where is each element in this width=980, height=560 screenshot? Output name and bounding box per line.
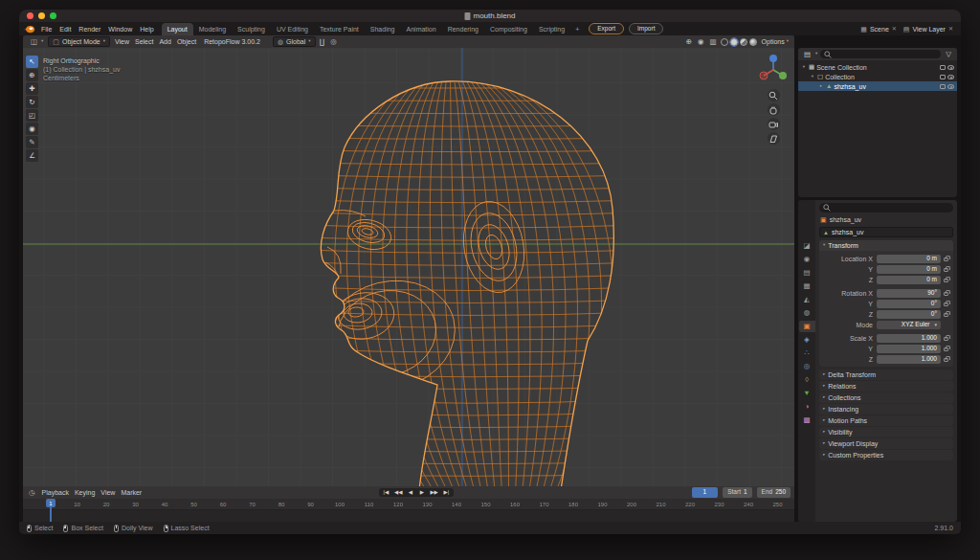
options-dropdown[interactable]: Options ▾ — [759, 38, 791, 45]
topbar-menu[interactable]: File — [37, 26, 56, 33]
collapsed-panel-header[interactable]: ▸ Instancing — [819, 404, 953, 414]
collapsed-panel-header[interactable]: ▸ Viewport Display — [819, 438, 953, 449]
topbar-menu[interactable]: Render — [75, 26, 104, 33]
viewport-menu[interactable]: Object — [174, 38, 199, 45]
timeline-menu[interactable]: Marker — [118, 489, 145, 496]
show-gizmo-icon[interactable]: ⊕ — [684, 38, 694, 46]
collapsed-panel-header[interactable]: ▸ Motion Paths — [819, 415, 953, 426]
transform-value-field[interactable]: 0 m — [877, 265, 941, 274]
workspace-tab[interactable]: Layout — [162, 23, 193, 35]
tool-button-tweak[interactable]: ↖ — [26, 56, 38, 68]
tool-button-annotate[interactable]: ✎ — [26, 136, 38, 148]
scene-selector[interactable]: ▦ Scene ✕ — [860, 26, 897, 33]
transform-orientation-dropdown[interactable]: ◍ Global ▾ — [273, 36, 316, 47]
workspace-tab[interactable]: Scripting — [533, 23, 570, 35]
properties-tab-material[interactable]: ◑ — [799, 401, 815, 413]
transport-button[interactable]: |◀ — [381, 489, 391, 497]
outliner-editor-icon[interactable]: ▤ — [802, 51, 813, 58]
lock-cell[interactable] — [941, 357, 951, 362]
properties-tab-world[interactable]: ◍ — [799, 307, 815, 319]
unlink-scene-icon[interactable]: ✕ — [892, 26, 897, 32]
transform-value-field[interactable]: XYZ Euler — [877, 321, 941, 329]
lock-cell[interactable] — [941, 278, 951, 282]
properties-tab-object[interactable]: ▣ — [799, 321, 815, 332]
shading-wireframe-button[interactable] — [721, 38, 728, 46]
lock-cell[interactable] — [941, 291, 951, 296]
shading-solid-button[interactable] — [730, 38, 738, 46]
properties-tab-texture[interactable]: ▩ — [799, 414, 815, 426]
collapsed-panel-header[interactable]: ▸ Custom Properties — [819, 450, 953, 460]
collapsed-panel-header[interactable]: ▸ Collections — [819, 392, 953, 403]
lock-cell[interactable] — [941, 336, 951, 341]
workspace-tab[interactable]: Shading — [365, 23, 401, 35]
collapsed-panel-header[interactable]: ▸ Delta Transform — [819, 370, 953, 380]
transform-value-field[interactable]: 1.000 — [877, 345, 941, 353]
tool-button-cursor[interactable]: ⊕ — [26, 69, 38, 81]
properties-tab-render[interactable]: ◉ — [799, 254, 815, 265]
navigation-gizmo[interactable] — [757, 52, 790, 87]
timeline-ruler[interactable]: 1020304050607080901001101201301401501601… — [23, 499, 794, 510]
blender-logo-icon[interactable] — [23, 25, 35, 34]
mode-dropdown[interactable]: ▢ Object Mode ▾ — [48, 36, 110, 47]
eye-visibility-icon[interactable] — [947, 75, 954, 79]
screen-visibility-icon[interactable] — [940, 65, 946, 70]
workspace-tab[interactable]: Sculpting — [232, 23, 271, 35]
collapsed-panel-header[interactable]: ▸ Visibility — [819, 427, 953, 437]
topbar-menu[interactable]: Edit — [56, 26, 75, 33]
screen-visibility-icon[interactable] — [940, 75, 946, 79]
filter-icon[interactable]: ▽ — [944, 51, 953, 58]
transform-value-field[interactable]: 0 m — [877, 255, 941, 263]
shading-material-button[interactable] — [740, 38, 747, 46]
proportional-editing-icon[interactable]: ◎ — [328, 38, 339, 46]
export-button[interactable]: Export — [589, 23, 624, 35]
workspace-tab[interactable]: Modeling — [193, 23, 232, 35]
topbar-menu[interactable]: Window — [104, 26, 136, 33]
transform-value-field[interactable]: 0° — [877, 310, 941, 319]
properties-tab-view-layer[interactable]: ▦ — [799, 280, 815, 292]
properties-tab-scene[interactable]: ◭ — [799, 294, 815, 305]
outliner-row[interactable]: ▾ ▦ Scene Collection — [798, 62, 957, 72]
show-overlays-icon[interactable]: ◉ — [696, 38, 706, 46]
snap-magnet-icon[interactable]: ∐ — [318, 38, 327, 46]
tool-button-scale[interactable]: ◰ — [26, 109, 38, 122]
eye-visibility-icon[interactable] — [947, 65, 954, 70]
editor-type-button[interactable]: ◫▾ — [26, 38, 46, 46]
workspace-tab[interactable]: Rendering — [442, 23, 484, 35]
viewport-menu[interactable]: View — [112, 38, 132, 45]
properties-tab-physics[interactable]: ◎ — [799, 361, 815, 372]
outliner-row[interactable]: ▾ ▢ Collection — [798, 72, 957, 81]
screen-visibility-icon[interactable] — [940, 84, 946, 89]
transform-value-field[interactable]: 0 m — [877, 276, 941, 284]
lock-cell[interactable] — [941, 312, 951, 317]
transport-button[interactable]: ▶▶ — [428, 489, 439, 497]
timeline-editor-icon[interactable]: ◷ — [27, 489, 37, 497]
lock-cell[interactable] — [941, 302, 951, 306]
properties-tab-constraints[interactable]: ◊ — [799, 374, 815, 386]
import-button[interactable]: Import — [629, 23, 663, 35]
shading-rendered-button[interactable] — [749, 38, 757, 46]
remove-view-layer-icon[interactable]: ✕ — [948, 26, 953, 32]
viewport-menu[interactable]: Select — [132, 38, 156, 45]
workspace-tab[interactable]: Animation — [401, 23, 442, 35]
workspace-tab[interactable]: Compositing — [484, 23, 533, 35]
timeline-menu[interactable]: Playback — [39, 489, 72, 496]
frame-start-field[interactable]: Start 1 — [723, 487, 751, 498]
transform-value-field[interactable]: 0° — [877, 300, 941, 308]
current-frame-field[interactable]: 1 — [692, 487, 719, 498]
frame-end-field[interactable]: End 250 — [757, 487, 791, 498]
properties-tab-output[interactable]: ▤ — [799, 267, 815, 279]
outliner-search-input[interactable] — [820, 50, 941, 58]
expand-caret-icon[interactable]: ▾ — [801, 65, 807, 70]
transport-button[interactable]: ◀ — [405, 489, 415, 497]
pan-hand-icon[interactable] — [768, 103, 780, 116]
timeline-menu[interactable]: View — [98, 489, 118, 496]
transport-button[interactable]: ▶| — [441, 489, 452, 497]
transport-button[interactable]: ◀◀ — [392, 489, 404, 497]
timeline-menu[interactable]: Keying — [72, 489, 98, 496]
workspace-tab[interactable]: UV Editing — [271, 23, 314, 35]
properties-tab-modifiers[interactable]: ◈ — [799, 334, 815, 346]
xray-toggle-icon[interactable]: ▥ — [708, 38, 719, 46]
playhead[interactable]: 1 — [46, 499, 56, 522]
timeline-track[interactable] — [23, 510, 794, 522]
view-layer-selector[interactable]: ▤ View Layer ✕ — [903, 26, 953, 33]
